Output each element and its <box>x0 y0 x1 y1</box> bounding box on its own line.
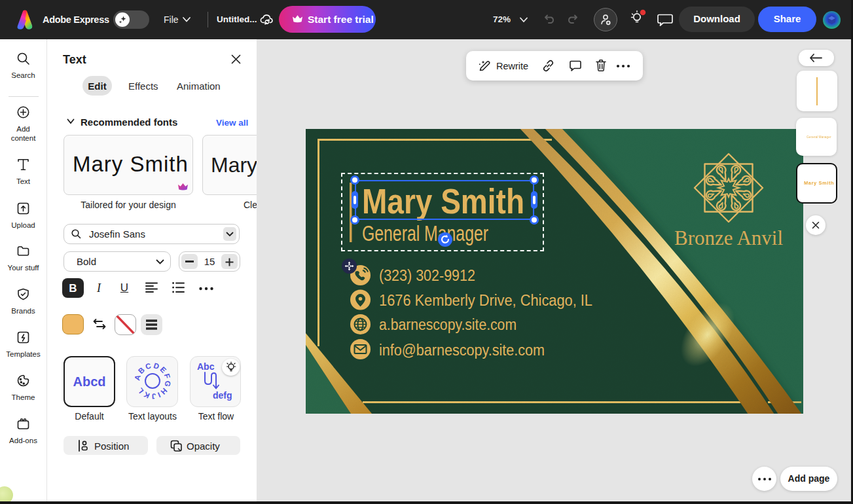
svg-text:ABCDEFGHIJKL: ABCDEFGHIJKL <box>134 361 171 401</box>
